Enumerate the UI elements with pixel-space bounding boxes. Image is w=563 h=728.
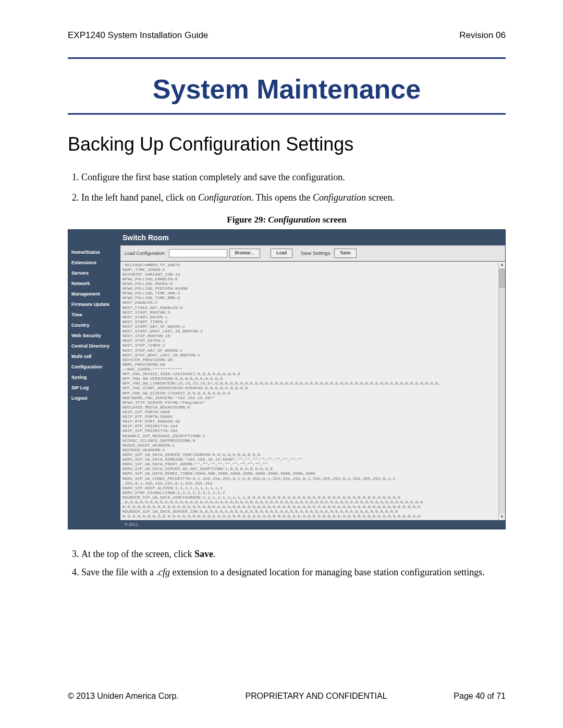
nav-management[interactable]: Management <box>71 291 120 297</box>
nav-network[interactable]: Network <box>71 281 120 286</box>
running-header: EXP1240 System Installation Guide Revisi… <box>68 30 506 41</box>
header-rule <box>68 57 506 59</box>
steps-list-b: At the top of the screen, click Save. Sa… <box>68 547 506 581</box>
scroll-thumb[interactable] <box>499 269 505 288</box>
doc-title: EXP1240 System Installation Guide <box>68 30 208 41</box>
nav-syslog[interactable]: Syslog <box>71 375 120 380</box>
running-footer: © 2013 Uniden America Corp. PROPRIETARY … <box>68 692 506 701</box>
nav-time[interactable]: Time <box>71 312 120 317</box>
confidential-mark: PROPRIETARY AND CONFIDENTIAL <box>179 692 454 701</box>
step-2: In the left hand panel, click on Configu… <box>81 190 506 205</box>
nav-multi-cell[interactable]: Multi cell <box>71 354 120 359</box>
scroll-up-icon[interactable]: ▲ <box>499 262 505 268</box>
scroll-down-icon[interactable]: ▼ <box>499 514 505 520</box>
nav-web-security[interactable]: Web Security <box>71 333 120 338</box>
steps-list-a: Configure the first base station complet… <box>68 170 506 205</box>
load-button[interactable]: Load <box>271 249 292 258</box>
page-number: Page 40 of 71 <box>454 692 506 701</box>
page-title: System Maintenance <box>68 73 506 105</box>
config-text: ~RELEASE=UMBER_FP_V0078 %GMT_TIME_ZONE%:… <box>123 263 505 519</box>
nav-logout[interactable]: Logout <box>71 396 120 401</box>
config-text-area[interactable]: ~RELEASE=UMBER_FP_V0078 %GMT_TIME_ZONE%:… <box>120 262 505 520</box>
shot-title: Switch Room <box>117 230 505 245</box>
nav-country[interactable]: Country <box>71 323 120 328</box>
configuration-screenshot: Switch Room Home/Status Extensions Serve… <box>68 229 506 529</box>
side-nav: Home/Status Extensions Servers Network M… <box>68 245 120 529</box>
step-1: Configure the first base station complet… <box>81 170 506 185</box>
step-4: Save the file with a .cfg extension to a… <box>81 565 506 580</box>
nav-configuration[interactable]: Configuration <box>71 364 120 369</box>
nav-extensions[interactable]: Extensions <box>71 260 120 265</box>
browse-button[interactable]: Browse... <box>229 249 261 258</box>
save-button[interactable]: Save <box>334 249 357 258</box>
nav-central-directory[interactable]: Central Directory <box>71 343 120 349</box>
revision: Revision 06 <box>459 30 506 41</box>
nav-sip-log[interactable]: SIP Log <box>71 385 120 390</box>
nav-servers[interactable]: Servers <box>71 270 120 276</box>
title-rule <box>68 113 506 115</box>
load-config-label: Load Configuration: <box>125 251 166 256</box>
shot-footer: © 2011 <box>120 520 505 529</box>
copyright: © 2013 Uniden America Corp. <box>68 692 179 701</box>
toolbar: Load Configuration: Browse... Load Save … <box>120 245 505 262</box>
figure-caption: Figure 29: Configuration screen <box>68 215 506 225</box>
load-config-path-input[interactable] <box>169 249 227 257</box>
nav-home-status[interactable]: Home/Status <box>71 250 120 255</box>
nav-firmware-update[interactable]: Firmware Update <box>71 302 120 307</box>
section-heading: Backing Up Configuration Settings <box>68 133 506 155</box>
step-3: At the top of the screen, click Save. <box>81 547 506 562</box>
scrollbar[interactable]: ▲ ▼ <box>498 262 505 520</box>
save-settings-label: Save Settings: <box>301 251 331 256</box>
